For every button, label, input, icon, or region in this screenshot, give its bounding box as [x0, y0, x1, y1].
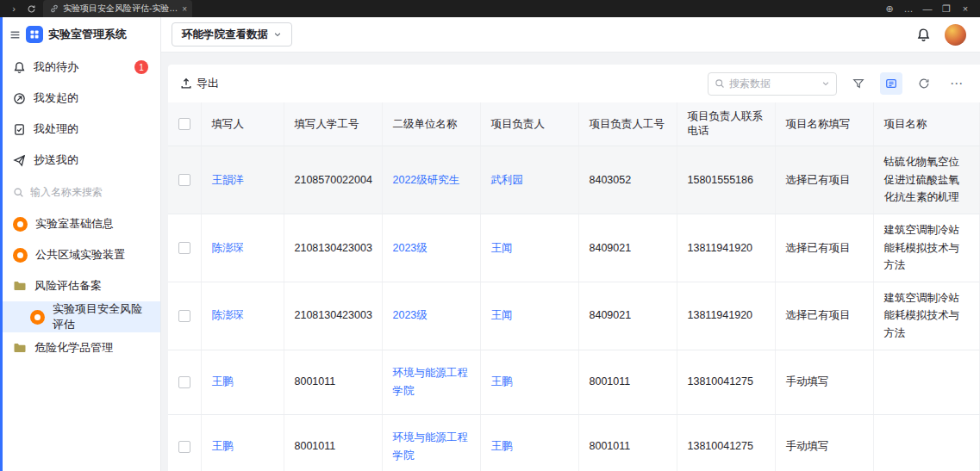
search-icon [13, 187, 24, 198]
cell-filler-name[interactable]: 王鹏 [201, 414, 284, 471]
cell-filler-name[interactable]: 王韻洋 [201, 146, 284, 214]
sidebar-item-label: 我处理的 [34, 121, 78, 137]
cell-unit-name[interactable]: 2022级研究生 [382, 146, 480, 214]
sidebar-item-risk-assessment-filing[interactable]: 风险评估备案 [3, 270, 160, 301]
window-minimize-button[interactable]: — [918, 0, 937, 17]
sidebar-item-handled-by-me[interactable]: 我处理的 [3, 114, 160, 145]
cell-project-name: 建筑空调制冷站能耗模拟技术与方法 [873, 214, 980, 282]
browser-tab[interactable]: 实验项目安全风险评估-实验… × [43, 0, 192, 17]
column-header[interactable]: 填写人学工号 [284, 102, 382, 146]
sidebar-item-cc-to-me[interactable]: 抄送我的 [3, 145, 160, 176]
content-area: 导出 [161, 53, 980, 471]
browser-tab-title: 实验项目安全风险评估-实验… [63, 3, 178, 15]
public-area-devices-icon [13, 248, 28, 263]
app-logo [26, 26, 43, 43]
cell-leader-id: 8409021 [578, 214, 677, 282]
row-checkbox[interactable] [178, 376, 190, 388]
cell-leader-name[interactable]: 王闻 [480, 282, 578, 350]
sidebar-item-label: 抄送我的 [34, 152, 78, 168]
tab-close-icon[interactable]: × [182, 4, 187, 14]
cell-unit-name[interactable]: 环境与能源工程学院 [382, 350, 480, 414]
cell-unit-name[interactable]: 2023级 [382, 214, 480, 282]
cell-project-name: 建筑空调制冷站能耗模拟技术与方法 [873, 282, 980, 350]
cell-leader-name[interactable]: 王闻 [480, 214, 578, 282]
sidebar-item-lab-basic-info[interactable]: 实验室基础信息 [3, 208, 160, 239]
sidebar: 实验室管理系统 我的待办 1 我发起的 我处理的 抄送我的 [3, 17, 161, 471]
notification-bell-icon[interactable] [916, 28, 931, 42]
sidebar-item-label: 实验室基础信息 [35, 216, 114, 232]
column-header[interactable]: 项目名称 [873, 102, 980, 146]
scope-selector-button[interactable]: 环能学院查看数据 [172, 22, 292, 46]
sidebar-item-initiated-by-me[interactable]: 我发起的 [3, 83, 160, 114]
row-checkbox[interactable] [178, 242, 190, 254]
cell-project-name [873, 414, 980, 471]
row-checkbox[interactable] [178, 174, 190, 186]
user-avatar[interactable] [945, 24, 966, 46]
cell-leader-id: 8001011 [578, 414, 677, 471]
cell-name-mode: 选择已有项目 [775, 214, 873, 282]
export-button[interactable]: 导出 [180, 76, 219, 91]
browser-forward-button[interactable]: › [5, 0, 22, 17]
cell-filler-name[interactable]: 王鹏 [201, 350, 284, 414]
browser-refresh-icon[interactable] [22, 0, 40, 17]
select-all-checkbox[interactable] [178, 118, 190, 130]
bell-icon [13, 61, 26, 74]
cell-unit-name[interactable]: 环境与能源工程学院 [382, 414, 480, 471]
cell-filler-name[interactable]: 陈澎琛 [201, 282, 284, 350]
column-settings-icon[interactable] [880, 72, 902, 95]
refresh-icon[interactable] [913, 72, 935, 95]
paper-plane-icon [13, 154, 26, 167]
cell-filler-name[interactable]: 陈澎琛 [201, 214, 284, 282]
column-header[interactable]: 填写人 [201, 102, 284, 146]
cell-unit-name[interactable]: 2023级 [382, 282, 480, 350]
sidebar-item-public-area-devices[interactable]: 公共区域实验装置 [3, 239, 160, 270]
browser-titlebar: › 实验项目安全风险评估-实验… × ⊕ … — ❐ × [0, 0, 980, 17]
scope-selector-label: 环能学院查看数据 [182, 28, 268, 42]
sidebar-collapse-icon[interactable] [9, 29, 21, 40]
row-checkbox[interactable] [178, 310, 190, 322]
table-row[interactable]: 王鹏 8001011 环境与能源工程学院 王鹏 8001011 13810041… [168, 350, 980, 414]
export-label: 导出 [197, 76, 219, 91]
data-table-card: 导出 [168, 65, 980, 471]
cell-leader-name[interactable]: 王鹏 [480, 414, 578, 471]
cell-leader-name[interactable]: 武利园 [480, 146, 578, 214]
column-header[interactable]: 项目负责人工号 [578, 102, 677, 146]
send-circle-icon [13, 92, 26, 105]
row-checkbox[interactable] [178, 441, 190, 453]
column-header[interactable]: 项目名称填写 [775, 102, 873, 146]
cell-leader-phone: 13810041275 [677, 350, 775, 414]
browser-globe-icon[interactable]: ⊕ [880, 0, 899, 17]
sidebar-item-label: 实验项目安全风险评估 [53, 301, 150, 332]
cell-project-name: 钴硫化物氧空位促进过硫酸盐氧化抗生素的机理 [873, 146, 980, 214]
folder-icon [13, 279, 27, 293]
column-header[interactable]: 二级单位名称 [382, 102, 480, 146]
table-row[interactable]: 王鹏 8001011 环境与能源工程学院 王鹏 8001011 13810041… [168, 414, 980, 471]
column-header[interactable]: 项目负责人 [480, 102, 578, 146]
chevron-down-icon[interactable] [821, 79, 830, 88]
sidebar-search-input[interactable] [30, 186, 134, 198]
table-row[interactable]: 陈澎琛 2108130423003 2023级 王闻 8409021 13811… [168, 214, 980, 282]
sidebar-header: 实验室管理系统 [3, 17, 160, 52]
sidebar-item-hazardous-chemicals[interactable]: 危险化学品管理 [3, 332, 160, 363]
table-search-input[interactable] [729, 77, 817, 90]
cell-leader-phone: 13810041275 [677, 414, 775, 471]
window-restore-button[interactable]: ❐ [937, 0, 956, 17]
browser-menu-icon[interactable]: … [899, 0, 918, 17]
cell-name-mode: 选择已有项目 [775, 282, 873, 350]
cell-name-mode: 手动填写 [775, 350, 873, 414]
column-header[interactable]: 项目负责人联系电话 [677, 102, 775, 146]
cell-leader-phone: 13811941920 [677, 214, 775, 282]
cell-leader-name[interactable]: 王鹏 [480, 350, 578, 414]
document-check-icon [13, 123, 26, 136]
sidebar-item-my-todo[interactable]: 我的待办 1 [3, 52, 160, 83]
filter-icon[interactable] [847, 72, 870, 95]
table-row[interactable]: 王韻洋 2108570022004 2022级研究生 武利园 8403052 1… [168, 146, 980, 214]
sidebar-item-project-safety-risk-assessment[interactable]: 实验项目安全风险评估 [3, 301, 160, 332]
table-row[interactable]: 陈澎琛 2108130423003 2023级 王闻 8409021 13811… [168, 282, 980, 350]
sidebar-item-label: 我的待办 [34, 59, 78, 75]
lab-basic-info-icon [13, 217, 28, 232]
cell-name-mode: 手动填写 [775, 414, 873, 471]
more-actions-icon[interactable]: ⋯ [946, 72, 968, 95]
window-close-button[interactable]: × [956, 0, 975, 17]
search-icon [715, 78, 725, 89]
